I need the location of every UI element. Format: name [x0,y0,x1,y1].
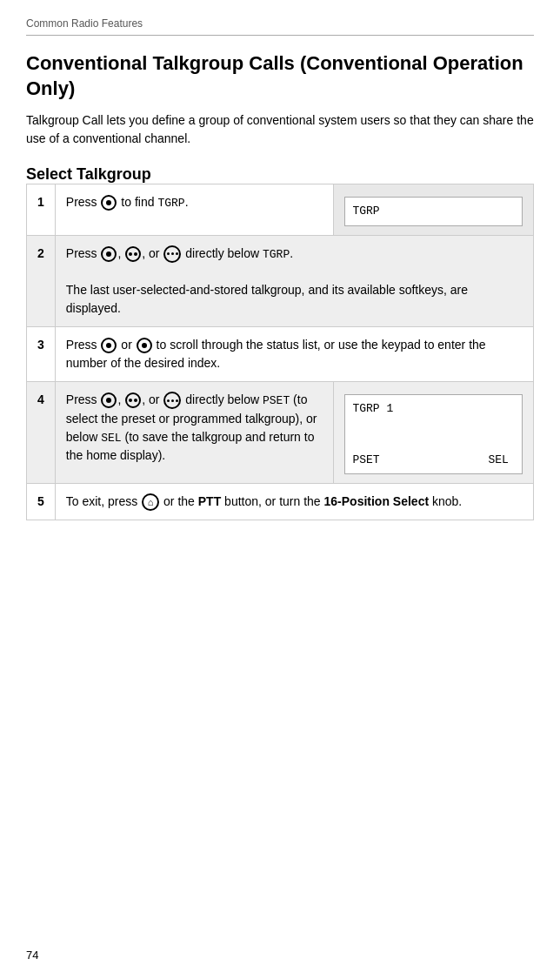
softkey-button-2 [125,392,141,408]
step-number: 4 [27,382,56,484]
table-row: 1 Press to find TGRP. TGRP [27,184,534,236]
step-description: Press , , or directly below TGRP. The la… [55,235,533,327]
table-row: 3 Press or to scroll through the status … [27,327,534,382]
divider [26,35,534,36]
tgrp-label: TGRP [157,197,184,210]
pset-label: PSET [263,394,290,407]
page-container: Common Radio Features Conventional Talkg… [0,0,560,979]
step-number: 1 [27,184,56,236]
softkey-button-3 [163,392,181,409]
step-description: Press to find TGRP. [55,184,334,236]
display-screen: TGRP [344,197,523,226]
page-number: 74 [26,949,38,962]
step-description: To exit, press ⌂ or the PTT button, or t… [55,484,533,520]
sel-label: SEL [101,432,121,445]
header-label: Common Radio Features [26,17,534,30]
step-description: Press or to scroll through the status li… [55,327,533,382]
scroll-right-btn [101,338,117,353]
table-row: 5 To exit, press ⌂ or the PTT button, or… [27,484,534,520]
step-number: 5 [27,484,56,520]
page-title: Conventional Talkgroup Calls (Convention… [26,51,534,101]
home-button: ⌂ [142,493,159,511]
softkey-button-2 [125,246,141,262]
step-display: TGRP 1 PSET SEL [334,382,534,484]
steps-table: 1 Press to find TGRP. TGRP 2 Press , , o… [26,184,534,520]
softkey-button-1 [101,392,117,408]
step-number: 3 [27,327,56,382]
table-row: 4 Press , , or directly below PSET (to s… [27,382,534,484]
step-number: 2 [27,235,56,327]
section-title: Select Talkgroup [26,165,534,184]
tgrp-mono: TGRP [263,248,290,261]
step-display: TGRP [334,184,534,236]
softkey-button-3 [163,245,181,263]
scroll-right-button [101,195,117,211]
intro-text: Talkgroup Call lets you define a group o… [26,111,534,148]
table-row: 2 Press , , or directly below TGRP. The … [27,235,534,327]
softkey-button-1 [101,246,117,262]
display-screen-2: TGRP 1 PSET SEL [344,394,523,474]
step-description: Press , , or directly below PSET (to sel… [55,382,334,484]
scroll-left-btn [137,338,152,353]
